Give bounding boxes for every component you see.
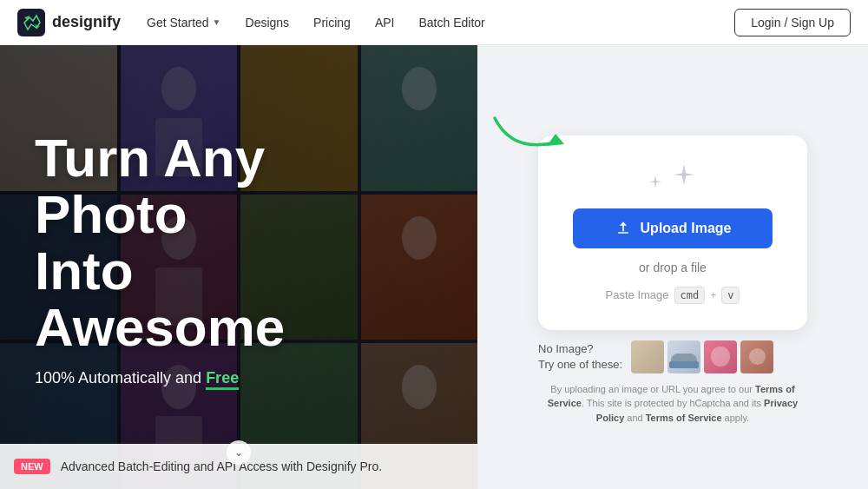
navbar: designify Get Started ▼ Designs Pricing …: [0, 0, 868, 45]
chevron-down-icon: ⌄: [234, 446, 243, 459]
hero-text-overlay: Turn Any Photo Into Awesome 100% Automat…: [0, 45, 477, 489]
logo-icon: [17, 9, 45, 36]
plus-separator: +: [710, 289, 716, 301]
logo-link[interactable]: designify: [17, 9, 121, 36]
no-image-text: No Image? Try one of these:: [538, 341, 622, 373]
sparkle-decoration: [646, 162, 700, 193]
svg-rect-0: [17, 9, 45, 36]
green-arrow-icon: [477, 109, 582, 162]
login-button[interactable]: Login / Sign Up: [734, 9, 851, 36]
cmd-key: cmd: [674, 287, 706, 304]
hero-section: Turn Any Photo Into Awesome 100% Automat…: [0, 45, 868, 489]
nav-get-started[interactable]: Get Started ▼: [147, 16, 221, 30]
terms-of-service-link-2[interactable]: Terms of Service: [646, 413, 722, 423]
arrow-wrapper: [538, 118, 807, 144]
sample-thumb-2[interactable]: [667, 340, 700, 373]
nav-links: Get Started ▼ Designs Pricing API Batch …: [147, 16, 734, 30]
promo-text: Advanced Batch-Editing and API Access wi…: [61, 459, 382, 473]
sample-thumb-1[interactable]: [631, 340, 664, 373]
nav-designs[interactable]: Designs: [246, 16, 290, 30]
nav-right: Login / Sign Up: [734, 9, 851, 36]
sample-images-section: No Image? Try one of these:: [538, 340, 807, 373]
scroll-down-button[interactable]: ⌄: [227, 440, 251, 465]
chevron-down-icon: ▼: [213, 17, 221, 27]
hero-left: Turn Any Photo Into Awesome 100% Automat…: [0, 45, 477, 489]
hero-right: Upload Image or drop a file Paste Image …: [477, 45, 868, 489]
upload-image-button[interactable]: Upload Image: [573, 208, 773, 248]
nav-batch-editor[interactable]: Batch Editor: [418, 16, 484, 30]
nav-api[interactable]: API: [375, 16, 395, 30]
drop-file-label: or drop a file: [639, 261, 707, 274]
terms-text: By uploading an image or URL you agree t…: [538, 382, 807, 426]
sparkle-large-icon: [668, 162, 700, 193]
sample-thumb-4[interactable]: [740, 340, 773, 373]
sample-thumb-3[interactable]: [704, 340, 737, 373]
nav-pricing[interactable]: Pricing: [313, 16, 351, 30]
sparkle-small-icon: [646, 174, 665, 193]
svg-marker-3: [547, 134, 564, 146]
hero-subtitle: 100% Automatically and Free: [35, 369, 443, 387]
paste-hint: Paste Image cmd + v: [606, 287, 740, 304]
upload-icon: [615, 220, 632, 237]
hero-title: Turn Any Photo Into Awesome: [35, 129, 443, 355]
new-badge: NEW: [14, 459, 50, 474]
brand-name: designify: [52, 13, 121, 31]
upload-card: Upload Image or drop a file Paste Image …: [538, 135, 807, 330]
v-key: v: [721, 287, 740, 304]
sample-thumbs: [631, 340, 773, 373]
